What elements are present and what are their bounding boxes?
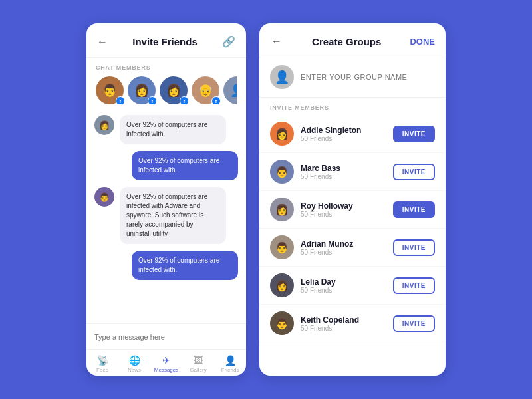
left-panel: ← Invite Friends 🔗 CHAT MEMBERS 👨 f 👩 f … (86, 23, 246, 376)
group-avatar: 👤 (270, 65, 294, 89)
invite-button[interactable]: INVITE (393, 126, 435, 142)
chat-members-label: CHAT MEMBERS (96, 65, 237, 71)
msg-bubble-sent: Over 92% of computers are infected with. (132, 151, 238, 180)
invite-button[interactable]: INVITE (393, 315, 435, 332)
gallery-icon: 🖼 (194, 355, 203, 366)
member-friends: 50 Friends (301, 287, 386, 294)
invite-members-label: INVITE MEMBERS (259, 98, 446, 115)
nav-item-friends[interactable]: 👤 Friends (214, 355, 246, 373)
member-name: Lelia Day (301, 277, 386, 287)
nav-item-feed[interactable]: 📡 Feed (86, 355, 118, 373)
member-friends: 50 Friends (301, 173, 386, 180)
done-button[interactable]: DONE (410, 37, 435, 47)
invite-button[interactable]: INVITE (393, 239, 435, 256)
nav-label: News (128, 367, 141, 373)
member-name: Keith Copeland (301, 315, 386, 325)
msg-avatar: 👩 (94, 115, 114, 135)
invite-member-item: 👨 Marc Bass 50 Friends INVITE (259, 153, 446, 191)
member-item-avatar: 👩 (270, 198, 294, 221)
member-name: Roy Holloway (301, 201, 386, 211)
right-header: ← Create Groups DONE (259, 23, 446, 57)
chat-member-avatar[interactable]: 👨 f (96, 76, 124, 104)
member-item-avatar: 👩 (270, 122, 294, 146)
invite-member-item: 👩 Lelia Day 50 Friends INVITE (259, 267, 446, 305)
invite-button[interactable]: INVITE (393, 201, 435, 218)
chat-members-section: CHAT MEMBERS 👨 f 👩 f 👩 f 👴 f 👤 (86, 58, 246, 108)
right-title: Create Groups (312, 36, 381, 47)
message-input[interactable] (94, 333, 238, 341)
member-info: Addie Singleton 50 Friends (301, 126, 386, 142)
link-button[interactable]: 🔗 (221, 34, 237, 49)
message-row: 👩 Over 92% of computers are infected wit… (94, 115, 238, 144)
msg-bubble: Over 92% of computers are infected with. (120, 115, 226, 144)
member-name: Addie Singleton (301, 126, 386, 135)
message-row: Over 92% of computers are infected with. (94, 151, 238, 180)
member-info: Keith Copeland 50 Friends (301, 315, 386, 332)
member-name: Adrian Munoz (301, 239, 386, 249)
left-header: ← Invite Friends 🔗 (86, 23, 246, 58)
feed-icon: 📡 (97, 355, 108, 366)
right-back-button[interactable]: ← (270, 34, 283, 49)
member-info: Adrian Munoz 50 Friends (301, 239, 386, 256)
left-title: Invite Friends (132, 36, 198, 47)
message-row: 👨 Over 92% of computers are infected wit… (94, 187, 238, 244)
messages-area: 👩 Over 92% of computers are infected wit… (86, 108, 246, 323)
nav-label: Gallery (190, 367, 206, 373)
chat-member-avatar[interactable]: 👤 (223, 76, 237, 104)
friends-icon: 👤 (225, 355, 236, 366)
group-name-input[interactable] (301, 73, 435, 81)
nav-item-messages[interactable]: ✈ Messages (150, 355, 182, 373)
member-info: Lelia Day 50 Friends (301, 277, 386, 294)
msg-bubble: Over 92% of computers are infected with … (120, 187, 226, 244)
member-item-avatar: 👨 (270, 160, 294, 184)
bottom-nav: 📡 Feed 🌐 News ✈ Messages 🖼 Gallery 👤 Fri… (86, 349, 246, 376)
chat-member-avatar[interactable]: 👩 f (160, 76, 188, 104)
member-item-avatar: 👨 (270, 311, 294, 335)
invite-section: INVITE MEMBERS 👩 Addie Singleton 50 Frie… (259, 98, 446, 376)
invite-member-item: 👩 Addie Singleton 50 Friends INVITE (259, 115, 446, 153)
msg-bubble-sent: Over 92% of computers are infected with. (132, 251, 238, 280)
member-info: Roy Holloway 50 Friends (301, 201, 386, 218)
invite-member-item: 👩 Roy Holloway 50 Friends INVITE (259, 191, 446, 229)
chat-member-avatar[interactable]: 👴 f (192, 76, 219, 104)
msg-avatar: 👨 (94, 187, 114, 207)
invite-member-item: 👨 Keith Copeland 50 Friends INVITE (259, 305, 446, 342)
nav-label: Friends (221, 367, 239, 373)
group-name-row: 👤 (259, 57, 446, 98)
chat-member-avatar[interactable]: 👩 f (128, 76, 156, 104)
member-friends: 50 Friends (301, 249, 386, 256)
nav-label: Messages (154, 367, 178, 373)
news-icon: 🌐 (129, 355, 140, 366)
nav-item-news[interactable]: 🌐 News (118, 355, 150, 373)
member-item-avatar: 👨 (270, 235, 294, 259)
member-item-avatar: 👩 (270, 273, 294, 297)
nav-label: Feed (96, 367, 108, 373)
member-friends: 50 Friends (301, 135, 386, 142)
nav-item-gallery[interactable]: 🖼 Gallery (182, 355, 214, 373)
right-panel: ← Create Groups DONE 👤 INVITE MEMBERS 👩 … (259, 23, 446, 376)
member-name: Marc Bass (301, 164, 386, 173)
message-row: Over 92% of computers are infected with. (94, 251, 238, 280)
invite-button[interactable]: INVITE (393, 164, 435, 180)
back-button[interactable]: ← (96, 35, 109, 49)
invite-button[interactable]: INVITE (393, 277, 435, 294)
messages-icon: ✈ (162, 355, 170, 366)
members-row: 👨 f 👩 f 👩 f 👴 f 👤 (96, 76, 237, 104)
member-friends: 50 Friends (301, 325, 386, 332)
message-input-area[interactable] (86, 323, 246, 349)
member-friends: 50 Friends (301, 211, 386, 218)
invite-member-item: 👨 Adrian Munoz 50 Friends INVITE (259, 229, 446, 267)
member-info: Marc Bass 50 Friends (301, 164, 386, 180)
